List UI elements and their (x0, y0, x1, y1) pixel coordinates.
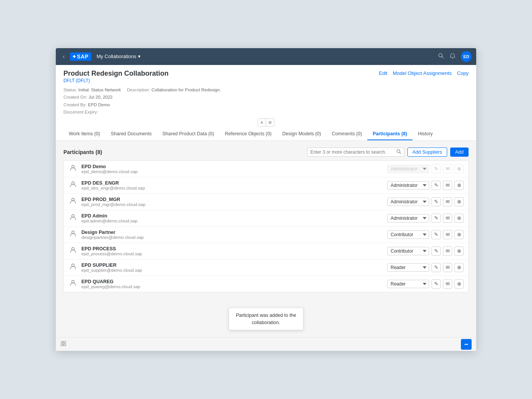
email-participant-button[interactable]: ✉ (443, 247, 452, 256)
role-select[interactable]: Administrator Contributor Reader (387, 280, 429, 288)
table-row: EPD SUPPLIER epd_supplier@demo.cloud.sap… (64, 260, 468, 276)
nav-back-button[interactable]: ‹ (60, 52, 67, 62)
participant-email: epd_supplier@demo.cloud.sap (81, 268, 383, 272)
tab-history[interactable]: History (412, 128, 438, 140)
tab-reference-objects[interactable]: Reference Objects (0) (219, 128, 277, 140)
participant-name: EPD PROCESS (81, 246, 383, 251)
participant-email: epd_prod_mgr@demo.cloud.sap (81, 202, 383, 207)
nav-icons: ED (438, 51, 472, 62)
toast-container: Participant was added to thecollaboratio… (63, 308, 469, 331)
created-by-row: Created By: EPD Demo (63, 101, 469, 109)
add-button[interactable]: Add (450, 148, 469, 157)
participant-name: EPD SUPPLIER (81, 263, 383, 268)
svg-rect-12 (61, 341, 63, 343)
remove-participant-button[interactable]: ⊗ (454, 263, 464, 272)
nav-menu[interactable]: My Collaborations ▾ (97, 54, 141, 59)
tab-comments[interactable]: Comments (0) (326, 128, 367, 140)
tab-shared-product-data[interactable]: Shared Product Data (0) (157, 128, 220, 140)
edit-participant-button[interactable]: ✎ (431, 214, 441, 223)
svg-line-1 (442, 57, 443, 58)
edit-participant-button[interactable]: ✎ (431, 197, 441, 206)
bottom-left-icon[interactable] (60, 341, 66, 348)
expand-up-button[interactable]: ∧ (258, 119, 266, 126)
participant-actions: Administrator Contributor Reader ✎ ✉ ⊗ (387, 197, 464, 206)
participants-controls: Add Suppliers Add (307, 148, 469, 157)
search-input[interactable] (310, 149, 394, 155)
remove-participant-button[interactable]: ⊗ (454, 230, 464, 239)
sap-logo-diamond (73, 55, 76, 58)
add-suppliers-button[interactable]: Add Suppliers (407, 148, 447, 157)
edit-button[interactable]: Edit (379, 70, 387, 76)
avatar-icon (68, 197, 78, 206)
search-icon[interactable] (438, 53, 444, 60)
participant-info: EPD SUPPLIER epd_supplier@demo.cloud.sap (81, 263, 383, 272)
participant-actions: Administrator ✎ ✉ ⊗ (387, 164, 464, 174)
role-select[interactable]: Administrator Contributor Reader (387, 247, 429, 255)
remove-participant-button[interactable]: ⊗ (454, 197, 464, 206)
toast-message: Participant was added to thecollaboratio… (229, 308, 303, 331)
sap-logo: SAP (70, 52, 91, 61)
role-select[interactable]: Administrator Contributor Reader (387, 181, 429, 190)
sap-logo-text: SAP (77, 54, 88, 60)
role-select: Administrator (387, 165, 429, 173)
participant-info: EPD PROCESS epd_process@demo.cloud.sap (81, 246, 383, 256)
created-on-row: Created On: Jul 20, 2022 (63, 94, 469, 101)
email-participant-button[interactable]: ✉ (443, 230, 452, 239)
tab-shared-documents[interactable]: Shared Documents (105, 128, 157, 140)
remove-participant-button[interactable]: ⊗ (454, 279, 464, 289)
model-assignments-button[interactable]: Model Object Assignments (393, 70, 452, 76)
participant-actions: Administrator Contributor Reader ✎ ✉ ⊗ (387, 279, 464, 289)
participant-name: EPD Admin (81, 213, 383, 219)
table-row: EPD Admin epd.admin@demo.cloud.sap Admin… (64, 210, 468, 227)
edit-participant-button: ✎ (431, 164, 441, 174)
tab-participants[interactable]: Participants (8) (367, 128, 412, 140)
tab-design-models[interactable]: Design Models (0) (277, 128, 326, 140)
svg-point-18 (467, 344, 468, 345)
svg-point-17 (466, 344, 467, 345)
copy-button[interactable]: Copy (457, 70, 469, 76)
table-row: EPD Demo epd_demo@demo.cloud.sap Adminis… (64, 161, 468, 177)
participant-info: EPD QUAREG epd_quareg@demo.cloud.sap (81, 279, 383, 289)
tab-work-items[interactable]: Work Items (0) (63, 128, 105, 140)
email-participant-button[interactable]: ✉ (443, 181, 452, 190)
remove-participant-button[interactable]: ⊗ (454, 247, 464, 256)
user-avatar[interactable]: ED (461, 51, 472, 62)
browser-window: ‹ SAP My Collaborations ▾ (56, 48, 476, 351)
role-select[interactable]: Administrator Contributor Reader (387, 198, 429, 206)
created-by-value: EPD Demo (88, 102, 110, 107)
svg-line-3 (399, 152, 401, 154)
participant-info: EPD Admin epd.admin@demo.cloud.sap (81, 213, 383, 223)
main-content: Participants (8) Add Suppliers Add (56, 141, 476, 337)
email-participant-button[interactable]: ✉ (443, 197, 452, 206)
email-participant-button[interactable]: ✉ (443, 214, 452, 223)
edit-participant-button[interactable]: ✎ (431, 263, 441, 272)
notification-icon[interactable] (449, 53, 456, 60)
role-select[interactable]: Administrator Contributor Reader (387, 263, 429, 272)
remove-participant-button[interactable]: ⊗ (454, 181, 464, 190)
avatar-icon (68, 247, 78, 255)
edit-participant-button[interactable]: ✎ (431, 230, 441, 239)
edit-participant-button[interactable]: ✎ (431, 247, 441, 256)
remove-participant-button[interactable]: ⊗ (454, 214, 464, 223)
expand-down-button[interactable]: ⊘ (266, 119, 274, 126)
bottom-right-icon[interactable] (461, 339, 472, 350)
avatar-icon (68, 279, 78, 288)
page-title-row: Product Redesign Collaboration DFLT (DFL… (63, 70, 469, 83)
email-participant-button[interactable]: ✉ (443, 279, 452, 289)
expand-icons: ∧ ⊘ (258, 118, 274, 127)
email-participant-button[interactable]: ✉ (443, 263, 452, 272)
search-box (307, 148, 404, 157)
status-meta: Status: Initial: Status Network Descript… (63, 86, 221, 94)
edit-participant-button[interactable]: ✎ (431, 181, 441, 190)
role-select[interactable]: Administrator Contributor Reader (387, 230, 429, 239)
edit-participant-button[interactable]: ✎ (431, 279, 441, 289)
role-select[interactable]: Administrator Contributor Reader (387, 214, 429, 222)
page-actions: Edit Model Object Assignments Copy (379, 70, 469, 76)
participants-header: Participants (8) Add Suppliers Add (63, 148, 469, 157)
participant-email: epd_demo@demo.cloud.sap (81, 169, 383, 174)
participant-info: EPD Demo epd_demo@demo.cloud.sap (81, 164, 383, 174)
table-row: Design Partner designpartner@demo.cloud.… (64, 227, 468, 243)
description-value: Collaboration for Product Redesign. (151, 88, 221, 92)
participant-list: EPD Demo epd_demo@demo.cloud.sap Adminis… (63, 161, 469, 292)
expiry-row: Document Expiry: (63, 109, 469, 116)
